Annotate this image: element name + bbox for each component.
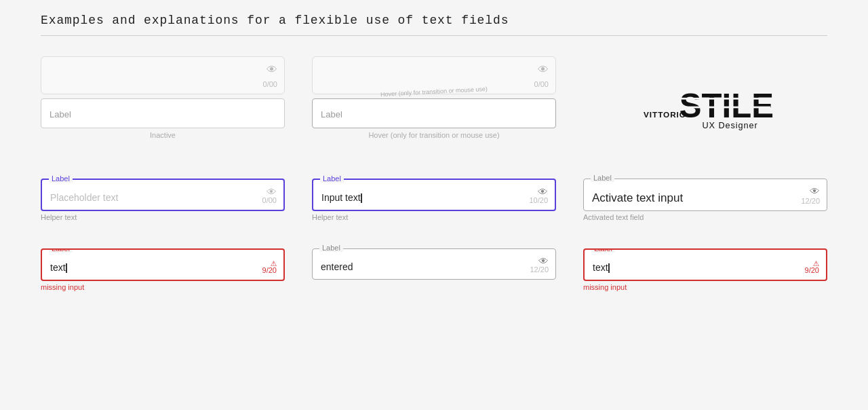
counter-error-1: 9/20 bbox=[262, 266, 277, 274]
field-demo-entered: Label 👁 12/20 entered bbox=[312, 248, 556, 291]
error-msg-2: missing input bbox=[583, 283, 627, 291]
floating-label-error-2: Label bbox=[591, 248, 615, 253]
field-demo-activated: Label 👁 12/20 Activate text input Activa… bbox=[583, 179, 827, 221]
helper-text-input: Helper text bbox=[312, 213, 348, 221]
floating-label-activated: Label bbox=[591, 174, 614, 182]
cursor-input bbox=[361, 193, 362, 203]
cursor-error-2 bbox=[608, 263, 610, 273]
page-header: Examples and explanations for a flexible… bbox=[0, 0, 868, 35]
svg-text:UX Designer: UX Designer bbox=[702, 120, 757, 130]
counter-entered: 12/20 bbox=[530, 265, 549, 274]
field-card-inactive: 👁 0/00 bbox=[41, 56, 285, 94]
svg-rect-2 bbox=[679, 107, 771, 109]
counter-active-placeholder: 0/00 bbox=[262, 196, 277, 204]
error-input-text-1: text bbox=[50, 262, 66, 273]
activated-big-text: Activate text input bbox=[592, 191, 683, 204]
field-card-error-2[interactable]: Label ⚠ 9/20 text bbox=[583, 248, 827, 281]
field-demo-error-1: Label ⚠ 9/20 text missing input bbox=[41, 248, 285, 291]
state-label-hover: Hover (only for transition or mouse use) bbox=[312, 131, 556, 139]
field-demo-inactive: 👁 0/00 Label Inactive bbox=[41, 56, 285, 151]
cursor-error-1 bbox=[66, 263, 67, 273]
field-card-active-placeholder[interactable]: Label 👁 0/00 Placeholder text bbox=[41, 179, 285, 211]
eye-icon: 👁 bbox=[267, 64, 277, 77]
floating-label-entered: Label bbox=[319, 244, 343, 252]
field-demo-active-input: Label 👁 10/20 Input text Helper text bbox=[312, 179, 556, 221]
counter-active-input: 10/20 bbox=[529, 196, 548, 204]
brand-svg: VITTORIO STILE UX Designer bbox=[637, 67, 773, 141]
field-demo-brand: VITTORIO STILE UX Designer bbox=[583, 56, 827, 151]
input-text: Input text bbox=[321, 192, 361, 203]
field-demo-error-2: Label ⚠ 9/20 text missing input bbox=[583, 248, 827, 291]
field-card-entered[interactable]: Label 👁 12/20 entered bbox=[312, 248, 556, 280]
field-card-active-input[interactable]: Label 👁 10/20 Input text bbox=[312, 179, 556, 211]
field-demo-hover: 👁 0/00 Hover (only for transition or mou… bbox=[312, 56, 556, 151]
error-msg-1: missing input bbox=[41, 283, 84, 291]
state-label-inactive: Inactive bbox=[41, 131, 285, 139]
svg-rect-3 bbox=[679, 98, 771, 100]
page-title: Examples and explanations for a flexible… bbox=[41, 14, 827, 27]
field-card-error-1[interactable]: Label ⚠ 9/20 text bbox=[41, 248, 285, 281]
counter-inactive: 0/00 bbox=[263, 80, 277, 88]
floating-label-placeholder: Label bbox=[49, 174, 73, 183]
entered-text-val: entered bbox=[321, 261, 353, 272]
floating-label-input: Label bbox=[320, 174, 344, 183]
field-demo-active-placeholder: Label 👁 0/00 Placeholder text Helper tex… bbox=[41, 179, 285, 221]
helper-text-activated: Activated text field bbox=[583, 213, 644, 221]
brand-logo: VITTORIO STILE UX Designer bbox=[583, 56, 827, 151]
main-content: 👁 0/00 Label Inactive 👁 0/00 Hover (only… bbox=[0, 36, 868, 312]
svg-text:STILE: STILE bbox=[679, 88, 773, 124]
floating-label-error-1: Label bbox=[49, 248, 73, 253]
field-card-activated[interactable]: Label 👁 12/20 Activate text input bbox=[583, 179, 827, 211]
eye-icon-hover: 👁 bbox=[538, 64, 549, 77]
counter-activated: 12/20 bbox=[801, 197, 820, 205]
helper-text-placeholder: Helper text bbox=[41, 213, 77, 221]
error-input-text-2: text bbox=[593, 262, 608, 273]
label-hover: Label bbox=[321, 109, 342, 119]
placeholder-text: Placeholder text bbox=[50, 192, 118, 203]
label-inactive: Label bbox=[50, 109, 71, 119]
counter-error-2: 9/20 bbox=[805, 266, 819, 274]
